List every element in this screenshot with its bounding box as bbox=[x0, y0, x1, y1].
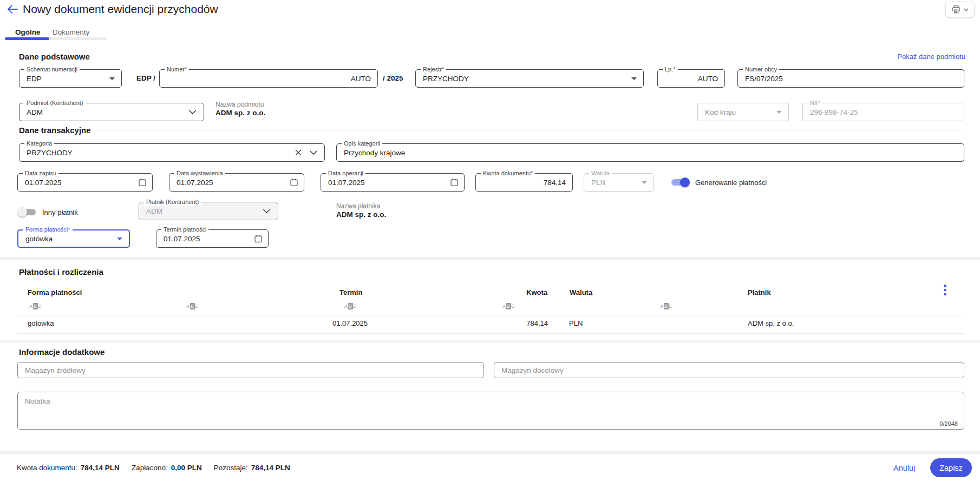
kod-kraju-select[interactable]: Kod kraju bbox=[697, 103, 789, 121]
field-value: EDP bbox=[27, 75, 42, 83]
field-value: Przychody krajowe bbox=[344, 149, 405, 157]
waluta-select: Waluta PLN bbox=[584, 173, 654, 192]
data-wystawienia-field[interactable]: Data wystawienia 01.07.2025 bbox=[169, 173, 304, 192]
cell-waluta: PLN bbox=[569, 319, 583, 327]
forma-platnosci-select[interactable]: Forma płatności* gotówka bbox=[17, 229, 130, 248]
dropdown-arrow-icon[interactable] bbox=[117, 238, 122, 240]
field-value: 01.07.2025 bbox=[328, 179, 365, 187]
field-value: AUTO bbox=[351, 75, 371, 83]
cell-forma: gotówka bbox=[28, 319, 54, 327]
text-filter-icon[interactable]: ABC bbox=[186, 303, 199, 309]
termin-platnosci-field[interactable]: Termin płatności 01.07.2025 bbox=[156, 229, 269, 248]
field-value: ADM bbox=[27, 108, 43, 116]
tab-ogolne[interactable]: Ogólne bbox=[15, 28, 41, 36]
text-filter-icon[interactable]: ABC bbox=[29, 303, 42, 309]
print-button[interactable] bbox=[945, 2, 975, 17]
podmiot-select[interactable]: Podmiot (Kontrahent) ADM bbox=[19, 103, 204, 121]
notatka-textarea[interactable] bbox=[17, 392, 964, 430]
field-label: Forma płatności* bbox=[23, 226, 73, 233]
toggle-thumb bbox=[680, 177, 690, 187]
calendar-icon[interactable] bbox=[139, 179, 146, 187]
back-arrow-icon[interactable] bbox=[7, 4, 18, 14]
zaplacono-label: Zapłacono: bbox=[132, 464, 168, 472]
section-heading-dane-transakcyjne: Dane transakcyjne bbox=[19, 126, 91, 135]
tab-indicator-track bbox=[5, 37, 107, 40]
nazwa-platnika-label: Nazwa płatnika bbox=[336, 202, 380, 210]
field-label: Data zapisu bbox=[23, 170, 58, 177]
section-divider bbox=[95, 130, 965, 130]
cancel-button[interactable]: Anuluj bbox=[893, 454, 915, 481]
rejestr-select[interactable]: Rejestr* PRZYCHODY bbox=[415, 69, 644, 88]
field-label: Rejestr* bbox=[421, 66, 446, 73]
kwota-dokumentu-field[interactable]: Kwota dokumentu* 784,14 bbox=[475, 173, 573, 192]
numer-obcy-field[interactable]: Numer obcy FS/07/2025 bbox=[737, 69, 964, 88]
calendar-icon[interactable] bbox=[290, 179, 298, 187]
numer-suffix-text: / 2025 bbox=[383, 74, 403, 82]
field-placeholder: Kod kraju bbox=[705, 108, 736, 116]
inny-platnik-toggle[interactable] bbox=[17, 207, 37, 217]
table-row-divider bbox=[17, 333, 965, 334]
text-filter-icon[interactable]: ABC bbox=[502, 303, 515, 309]
save-button[interactable]: Zapisz bbox=[930, 458, 972, 477]
generowanie-platnosci-label: Generowanie płatności bbox=[695, 179, 767, 187]
field-label: Data operacji bbox=[326, 170, 365, 177]
field-label: Kwota dokumentu* bbox=[481, 170, 535, 177]
calendar-icon[interactable] bbox=[450, 179, 458, 187]
section-heading-informacje-dodatkowe: Informacje dodatkowe bbox=[19, 347, 104, 357]
text-filter-icon[interactable]: ABC bbox=[660, 303, 672, 309]
field-value: gotówka bbox=[25, 235, 53, 243]
field-value: ADM bbox=[146, 207, 162, 215]
lp-field[interactable]: Lp.* AUTO bbox=[657, 69, 725, 88]
magazyn-zrodlowy-input[interactable] bbox=[17, 362, 484, 378]
dropdown-arrow-icon[interactable] bbox=[109, 77, 115, 80]
numer-prefix-text: EDP / bbox=[136, 74, 155, 82]
column-header-waluta[interactable]: Waluta bbox=[570, 288, 592, 296]
dropdown-arrow-icon bbox=[642, 181, 647, 184]
show-entity-data-link[interactable]: Pokaż dane podmiotu bbox=[897, 52, 965, 61]
dropdown-arrow-icon[interactable] bbox=[631, 77, 637, 80]
field-label: Schemat numeracji bbox=[24, 66, 80, 73]
column-header-platnik[interactable]: Płatnik bbox=[748, 288, 771, 296]
clear-icon[interactable] bbox=[295, 149, 302, 156]
cell-platnik: ADM sp. z o.o. bbox=[748, 319, 794, 327]
field-value: 01.07.2025 bbox=[164, 235, 200, 243]
nazwa-podmiotu-label: Nazwa podmiotu bbox=[215, 101, 264, 108]
section-heading-dane-podstawowe: Dane podstawowe bbox=[19, 52, 90, 61]
dropdown-arrow-icon bbox=[776, 111, 782, 114]
column-header-termin[interactable]: Termin bbox=[339, 288, 362, 296]
field-value: AUTO bbox=[698, 75, 718, 83]
data-operacji-field[interactable]: Data operacji 01.07.2025 bbox=[321, 173, 465, 192]
zaplacono-value: 0,00 PLN bbox=[171, 464, 202, 472]
tab-dokumenty[interactable]: Dokumenty bbox=[53, 28, 89, 36]
field-value: PRZYCHODY bbox=[27, 149, 73, 157]
field-value: 296-898-74-25 bbox=[810, 108, 858, 116]
chevron-down-icon[interactable] bbox=[188, 110, 197, 115]
numer-field[interactable]: Numer* AUTO bbox=[159, 69, 378, 88]
calendar-icon[interactable] bbox=[254, 235, 262, 243]
inny-platnik-label: Inny płatnik bbox=[42, 208, 78, 216]
text-filter-icon[interactable]: ABC bbox=[344, 303, 357, 309]
character-counter: 0/2048 bbox=[939, 420, 958, 427]
generowanie-platnosci-toggle[interactable] bbox=[670, 177, 690, 187]
field-label: Podmiot (Kontrahent) bbox=[24, 100, 86, 107]
printer-icon bbox=[952, 5, 961, 14]
column-header-forma[interactable]: Forma płatności bbox=[28, 288, 82, 296]
field-value: 01.07.2025 bbox=[25, 179, 62, 187]
table-menu-kebab-icon[interactable] bbox=[944, 285, 946, 295]
chevron-down-icon bbox=[263, 209, 271, 214]
schemat-numeracji-select[interactable]: Schemat numeracji EDP bbox=[19, 69, 122, 88]
cell-kwota: 784,14 bbox=[505, 319, 548, 327]
chevron-down-icon[interactable] bbox=[310, 150, 317, 155]
active-tab-indicator bbox=[5, 37, 49, 40]
opis-kategorii-field[interactable]: Opis kategorii Przychody krajowe bbox=[336, 143, 964, 162]
nazwa-podmiotu-value: ADM sp. z o.o. bbox=[215, 109, 265, 117]
field-value: FS/07/2025 bbox=[745, 75, 783, 83]
cell-termin: 01.07.2025 bbox=[332, 319, 368, 327]
data-zapisu-field[interactable]: Data zapisu 01.07.2025 bbox=[17, 173, 153, 192]
magazyn-docelowy-input[interactable] bbox=[494, 362, 964, 378]
column-header-kwota[interactable]: Kwota bbox=[504, 288, 547, 296]
kategoria-select[interactable]: Kategoria PRZYCHODY bbox=[19, 143, 325, 162]
field-label: Numer obcy bbox=[743, 66, 779, 73]
platnik-select: Płatnik (Kontrahent) ADM bbox=[139, 202, 278, 220]
field-value: PRZYCHODY bbox=[423, 75, 469, 83]
